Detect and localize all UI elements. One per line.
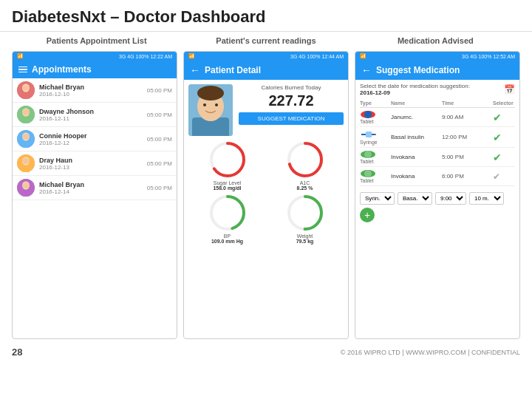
uncheck-icon[interactable]: ✔	[493, 171, 515, 182]
svg-rect-11	[19, 143, 33, 148]
patient-row[interactable]: Dwayne Jhonson 2016-12-11 05:00 PM	[13, 103, 177, 127]
page-title: DiabetesNxt – Doctor Dashboard	[0, 0, 532, 32]
med-name: Invokana	[391, 154, 440, 160]
svg-point-40	[364, 151, 372, 158]
svg-rect-19	[19, 191, 33, 197]
patient-name: Michael Bryan	[39, 181, 143, 188]
gauge: Sugar Level 158.0 mg/dl	[202, 140, 253, 191]
patient-info: Michael Bryan 2016-12-10	[39, 83, 143, 98]
status-bar-3: 📶 3G 4G 100% 12:52 AM	[355, 52, 519, 61]
gauge-value: 79.5 kg	[279, 239, 331, 244]
med-time: 5:00 PM	[442, 154, 491, 160]
date-label: Select the date for medication suggestio…	[360, 83, 470, 89]
patient-name: Dray Haun	[39, 157, 143, 164]
patient-date: 2016-12-12	[39, 140, 143, 146]
med-type: Syringe	[360, 129, 389, 145]
check-icon[interactable]: ✔	[493, 112, 515, 123]
med-name: Basal insulin	[391, 134, 440, 140]
patient-time: 05:00 PM	[147, 185, 172, 191]
patient-detail-header: ← Patient Detail	[184, 61, 348, 80]
check-icon[interactable]: ✔	[493, 132, 515, 143]
suggest-medication-button[interactable]: SUGGEST MEDICATION	[239, 112, 344, 125]
add-select-1[interactable]: Basa.	[398, 192, 432, 205]
patient-detail-body: Calories Burned Today 227.72 SUGGEST MED…	[184, 80, 348, 251]
svg-point-14	[22, 158, 30, 164]
gauge-label: A1C	[279, 180, 331, 185]
gauge: BP 109.0 mm Hg	[202, 194, 253, 244]
svg-point-23	[197, 86, 224, 100]
gauge-value: 109.0 mm Hg	[202, 239, 253, 244]
page-number: 28	[12, 347, 22, 358]
add-medication-button[interactable]: +	[360, 208, 375, 222]
gauges-row-1: Sugar Level 158.0 mg/dl A1C 8.25 %	[188, 140, 344, 191]
patient-time: 05:00 PM	[147, 112, 172, 118]
calories-value: 227.72	[239, 92, 344, 109]
patient-row[interactable]: Michael Bryan 2016-12-14 05:00 PM	[13, 176, 177, 200]
date-value: 2016-12-09	[360, 89, 470, 96]
footer: 28 © 2016 WIPRO LTD | WWW.WIPRO.COM | CO…	[0, 342, 532, 362]
patient-row[interactable]: Dray Haun 2016-12-13 05:00 PM	[13, 151, 177, 176]
patient-list: Michael Bryan 2016-12-10 05:00 PM Dwayne…	[13, 78, 177, 200]
gauge: A1C 8.25 %	[279, 140, 331, 191]
patient-name: Michael Bryan	[39, 83, 143, 91]
svg-point-35	[364, 111, 372, 118]
add-medication-row: Syrin.Basa.9:0010 m.+	[360, 192, 515, 222]
hamburger-menu[interactable]	[18, 66, 27, 73]
status-bar-1: 📶 3G 4G 100% 12:22 AM	[13, 52, 177, 61]
suggest-back-button[interactable]: ←	[361, 64, 372, 76]
appointments-screen: 📶 3G 4G 100% 12:22 AM Appointments Micha…	[12, 51, 177, 339]
svg-rect-15	[19, 167, 33, 172]
patient-row[interactable]: Michael Bryan 2016-12-10 05:00 PM	[13, 78, 177, 103]
svg-rect-37	[366, 132, 372, 137]
check-icon[interactable]: ✔	[493, 151, 515, 163]
med-time: 9:00 AM	[442, 114, 491, 120]
svg-point-18	[22, 183, 30, 188]
med-type: Tablet	[360, 150, 389, 164]
medication-row[interactable]: Tablet Invokana 6:00 PM ✔	[360, 167, 515, 186]
patient-info: Michael Bryan 2016-12-14	[39, 181, 143, 195]
add-select-3[interactable]: 10 m.	[469, 192, 504, 205]
patient-detail-screen: 📶 3G 4G 100% 12:44 AM ← Patient Detail	[183, 51, 349, 339]
date-row: Select the date for medication suggestio…	[360, 83, 515, 96]
medication-row[interactable]: Tablet Janumc. 9:00 AM ✔	[360, 108, 515, 127]
avatar	[17, 130, 35, 148]
calories-section: Calories Burned Today 227.72 SUGGEST MED…	[239, 84, 344, 136]
svg-point-10	[22, 134, 30, 140]
med-name: Janumc.	[391, 114, 440, 120]
status-bar-2: 📶 3G 4G 100% 12:44 AM	[184, 52, 348, 61]
svg-point-2	[22, 85, 30, 91]
svg-point-42	[364, 170, 372, 177]
section-label-3: Medication Advised	[351, 35, 520, 47]
suggest-med-body: Select the date for medication suggestio…	[355, 80, 519, 225]
patient-time: 05:00 PM	[147, 160, 172, 167]
table-header-cell: Time	[442, 100, 491, 106]
med-type: Tablet	[360, 169, 389, 183]
medication-row[interactable]: Tablet Invokana 5:00 PM ✔	[360, 148, 515, 167]
svg-point-25	[215, 103, 218, 106]
avatar	[17, 106, 35, 123]
table-header-cell: Type	[360, 100, 389, 106]
med-type: Tablet	[360, 110, 389, 124]
medication-row[interactable]: Syringe Basal insulin 12:00 PM ✔	[360, 127, 515, 148]
avatar	[17, 179, 35, 197]
copyright: © 2016 WIPRO LTD | WWW.WIPRO.COM | CONFI…	[341, 349, 520, 356]
back-button[interactable]: ←	[190, 64, 200, 76]
add-select-2[interactable]: 9:00	[435, 192, 466, 205]
med-time: 6:00 PM	[442, 173, 491, 180]
patient-date: 2016-12-10	[39, 91, 143, 98]
svg-point-24	[203, 103, 206, 106]
appointments-header: Appointments	[13, 61, 177, 78]
patient-info: Connie Hooper 2016-12-12	[39, 132, 143, 146]
table-header-cell: Selector	[493, 100, 515, 106]
add-select-0[interactable]: Syrin.	[360, 192, 395, 205]
gauge: Weight 79.5 kg	[279, 194, 331, 244]
section-label-2: Patient's current readings	[181, 35, 350, 47]
svg-rect-7	[19, 118, 33, 123]
med-rows: Tablet Janumc. 9:00 AM ✔ Syringe Basal i…	[360, 108, 515, 186]
avatar	[17, 154, 35, 172]
patient-info: Dwayne Jhonson 2016-12-11	[39, 108, 143, 122]
patient-row[interactable]: Connie Hooper 2016-12-12 05:00 PM	[13, 127, 177, 151]
patient-name: Dwayne Jhonson	[39, 108, 143, 115]
calendar-icon[interactable]: 📅	[504, 84, 515, 95]
suggest-medication-screen: 📶 3G 4G 100% 12:52 AM ← Suggest Medicati…	[355, 51, 520, 339]
